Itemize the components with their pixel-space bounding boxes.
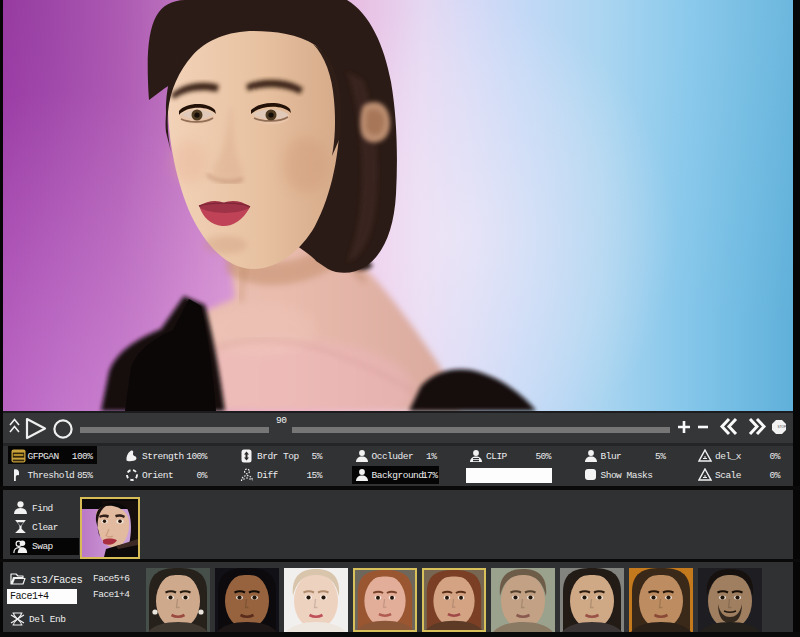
svg-text:STOP: STOP — [778, 425, 786, 429]
